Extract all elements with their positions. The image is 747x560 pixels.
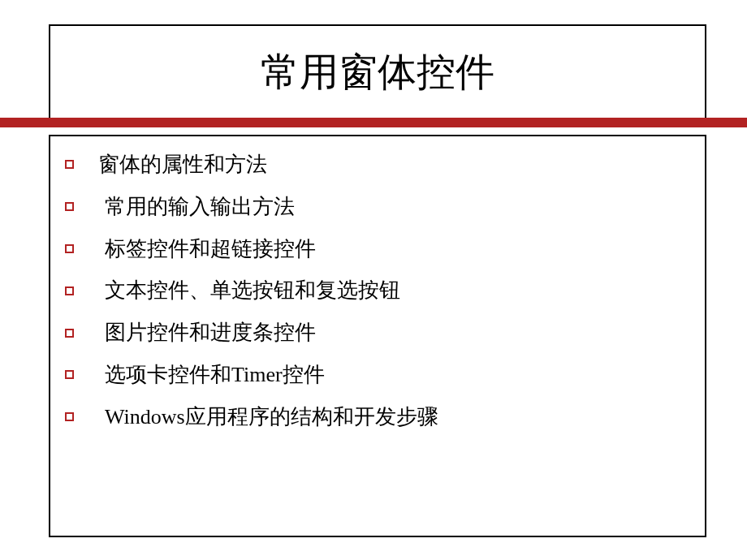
list-item-text: 选项卡控件和Timer控件 xyxy=(105,361,325,389)
list-item: 文本控件、单选按钮和复选按钮 xyxy=(50,277,705,304)
list-item: 图片控件和进度条控件 xyxy=(50,319,705,347)
list-item: 窗体的属性和方法 xyxy=(50,151,705,179)
bullet-icon xyxy=(65,244,74,253)
bullet-icon xyxy=(65,329,74,338)
title-container: 常用窗体控件 xyxy=(49,24,706,118)
content-container: 窗体的属性和方法 常用的输入输出方法 标签控件和超链接控件 文本控件、单选按钮和… xyxy=(49,135,706,537)
bullet-icon xyxy=(65,202,74,211)
slide-title: 常用窗体控件 xyxy=(261,46,494,98)
bullet-list: 窗体的属性和方法 常用的输入输出方法 标签控件和超链接控件 文本控件、单选按钮和… xyxy=(50,151,705,431)
list-item-text: Windows应用程序的结构和开发步骤 xyxy=(105,403,438,431)
bullet-icon xyxy=(65,160,74,169)
list-item: Windows应用程序的结构和开发步骤 xyxy=(50,403,705,431)
accent-bar xyxy=(0,118,747,127)
bullet-icon xyxy=(65,286,74,295)
bullet-icon xyxy=(65,412,74,421)
list-item-text: 图片控件和进度条控件 xyxy=(105,319,316,347)
list-item-text: 文本控件、单选按钮和复选按钮 xyxy=(105,277,400,304)
list-item: 常用的输入输出方法 xyxy=(50,193,705,221)
list-item: 标签控件和超链接控件 xyxy=(50,235,705,263)
list-item-text: 常用的输入输出方法 xyxy=(105,193,295,221)
bullet-icon xyxy=(65,370,74,379)
list-item-text: 标签控件和超链接控件 xyxy=(105,235,316,263)
list-item: 选项卡控件和Timer控件 xyxy=(50,361,705,389)
list-item-text: 窗体的属性和方法 xyxy=(98,151,267,179)
